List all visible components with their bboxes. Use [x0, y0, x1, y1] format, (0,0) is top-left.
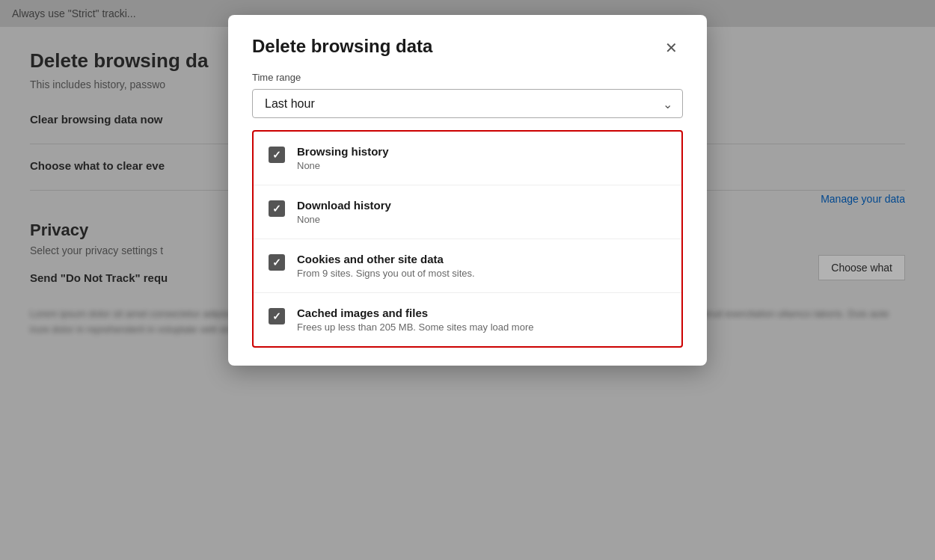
modal-overlay: Delete browsing data ✕ Time range Last h… — [0, 0, 935, 560]
cookies-checkbox[interactable]: ✓ — [269, 254, 285, 271]
checkmark-icon: ✓ — [272, 150, 281, 160]
cached-images-item[interactable]: ✓ Cached images and files Frees up less … — [254, 292, 681, 346]
cookies-item[interactable]: ✓ Cookies and other site data From 9 sit… — [254, 239, 681, 292]
checklist-scroll-area[interactable]: ✓ Browsing history None ✓ — [254, 132, 681, 346]
browsing-history-desc: None — [297, 160, 666, 171]
browsing-history-text: Browsing history None — [297, 145, 666, 171]
download-history-desc: None — [297, 214, 666, 225]
browsing-history-checkbox[interactable]: ✓ — [269, 147, 285, 163]
cached-images-desc: Frees up less than 205 MB. Some sites ma… — [297, 321, 666, 333]
cached-images-checkbox-wrapper[interactable]: ✓ — [269, 308, 285, 324]
time-range-label: Time range — [252, 72, 683, 83]
delete-browsing-data-dialog: Delete browsing data ✕ Time range Last h… — [228, 15, 707, 366]
modal-header: Delete browsing data ✕ — [228, 15, 707, 72]
cookies-checkbox-wrapper[interactable]: ✓ — [269, 254, 285, 271]
time-range-select[interactable]: Last hour Last 24 hours Last week Last 4… — [252, 89, 683, 118]
cached-images-text: Cached images and files Frees up less th… — [297, 307, 666, 333]
download-history-checkbox-wrapper[interactable]: ✓ — [269, 200, 285, 217]
cookies-text: Cookies and other site data From 9 sites… — [297, 253, 666, 279]
download-history-checkbox[interactable]: ✓ — [269, 200, 285, 217]
close-icon: ✕ — [665, 39, 678, 57]
browsing-history-item[interactable]: ✓ Browsing history None — [254, 132, 681, 185]
modal-title: Delete browsing data — [252, 36, 432, 57]
cached-images-checkbox[interactable]: ✓ — [269, 308, 285, 324]
cookies-title: Cookies and other site data — [297, 253, 666, 265]
browsing-history-checkbox-wrapper[interactable]: ✓ — [269, 147, 285, 163]
close-button[interactable]: ✕ — [659, 36, 683, 60]
modal-body: Time range Last hour Last 24 hours Last … — [228, 72, 707, 366]
checkmark-icon: ✓ — [272, 257, 281, 268]
cached-images-title: Cached images and files — [297, 307, 666, 319]
browsing-history-title: Browsing history — [297, 145, 666, 158]
checkmark-icon: ✓ — [272, 203, 281, 214]
download-history-item[interactable]: ✓ Download history None — [254, 185, 681, 239]
cookies-desc: From 9 sites. Signs you out of most site… — [297, 268, 666, 279]
checklist-container: ✓ Browsing history None ✓ — [252, 130, 683, 348]
download-history-text: Download history None — [297, 199, 666, 225]
download-history-title: Download history — [297, 199, 666, 212]
checkmark-icon: ✓ — [272, 311, 281, 321]
time-range-wrapper: Last hour Last 24 hours Last week Last 4… — [252, 89, 683, 118]
